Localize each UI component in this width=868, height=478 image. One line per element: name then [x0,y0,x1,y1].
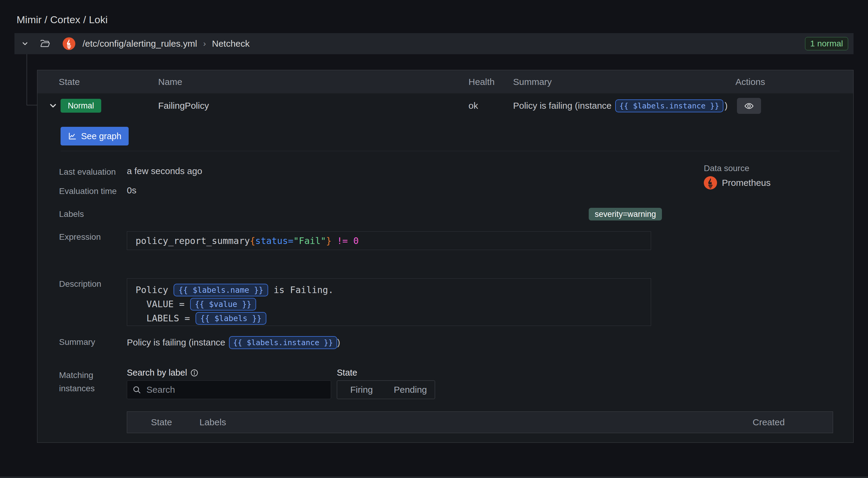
data-source-name: Prometheus [722,178,771,188]
rule-file-path: /etc/config/alerting_rules.yml [83,38,197,49]
expression-metric: policy_report_summary [135,235,250,246]
state-filter-heading: State [337,368,357,378]
column-header-name: Name [158,70,182,93]
expression-string: "Fail" [293,235,326,246]
matching-instances-label: Matching [59,371,93,380]
search-by-label-text: Search by label [127,368,187,378]
state-filter-firing-button[interactable]: Firing [337,381,386,399]
search-input[interactable] [127,380,331,399]
group-collapse-chevron-icon[interactable] [21,40,29,47]
matching-instances-label: instances [59,384,95,393]
prometheus-icon [63,37,75,50]
column-header-actions: Actions [736,70,765,93]
expression-operator: != 0 [332,235,359,246]
data-source-value: Prometheus [704,176,771,189]
graph-line-icon [68,132,77,141]
next-group-edge [0,477,868,478]
tree-connector-horizontal [27,105,37,105]
column-header-summary: Summary [513,70,552,93]
summary-text: Policy is failing (instance [127,337,225,348]
alert-rules-screen: Mimir / Cortex / Loki /etc/config/alerti… [0,0,868,478]
summary-label: Summary [59,337,95,347]
tree-connector-vertical [27,54,27,105]
last-evaluation-value: a few seconds ago [127,166,202,176]
description-line: VALUE = {{ $value }} [135,297,651,311]
description-line: Policy {{ $labels.name }} is Failing. [135,283,651,297]
data-source-label: Data source [704,164,749,173]
state-filter-pending-button[interactable]: Pending [386,381,435,399]
description-label: Description [59,279,101,289]
row-expand-chevron-icon[interactable] [48,101,58,110]
rule-name: FailingPolicy [158,99,209,113]
description-text: VALUE = [135,299,190,309]
search-by-label-heading: Search by label [127,368,198,378]
expression-label: Expression [59,232,101,242]
instances-column-state: State [151,412,172,433]
template-pill: {{ $labels }} [195,312,267,325]
template-pill: {{ $value }} [190,298,256,311]
instances-column-created: Created [753,412,785,433]
description-text: LABELS = [135,313,195,323]
breadcrumb-separator: › [203,39,206,49]
rule-state-badge: Normal [61,99,101,113]
group-status-badge: 1 normal [805,37,848,50]
description-text: is Failing. [268,285,334,295]
severity-label-badge: severity=warning [589,208,662,221]
rule-group-name: Netcheck [212,38,250,49]
expression-query: policy_report_summary{status="Fail"} != … [127,231,651,250]
rule-health: ok [468,99,478,113]
description-box: Policy {{ $labels.name }} is Failing. VA… [127,278,651,326]
evaluation-time-label: Evaluation time [59,186,117,196]
matching-instances-table-header: State Labels Created [127,411,833,433]
view-rule-button[interactable] [737,98,761,114]
expression-brace-open: { [250,235,255,246]
column-header-health: Health [468,70,495,93]
page-title: Mimir / Cortex / Loki [17,14,107,26]
summary-suffix: ) [337,337,340,348]
last-evaluation-label: Last evaluation [59,167,116,177]
template-pill: {{ $labels.instance }} [229,336,337,349]
summary-value: Policy is failing (instance {{ $labels.i… [127,334,340,351]
rule-summary-cell: Policy is failing (instance {{ $labels.i… [513,97,727,114]
info-icon[interactable] [190,369,198,377]
rule-group-header[interactable]: /etc/config/alerting_rules.yml › Netchec… [14,33,854,54]
state-filter-group: Firing Pending [337,380,435,399]
evaluation-time-value: 0s [127,185,136,195]
rules-table-header: State Name Health Summary Actions [37,70,853,93]
expression-attr: status= [255,235,293,246]
rule-summary-suffix: ) [724,101,727,111]
prometheus-icon [704,176,717,189]
template-pill: {{ $labels.name }} [174,284,268,296]
folder-icon [40,38,51,49]
expression-brace-close: } [326,235,332,246]
rules-panel: State Name Health Summary Actions Normal… [37,70,854,443]
labels-label: Labels [59,209,84,219]
template-pill: {{ $labels.instance }} [615,99,723,113]
see-graph-button[interactable]: See graph [61,127,129,146]
instances-column-labels: Labels [199,412,226,433]
eye-icon [744,101,754,111]
rule-summary-text: Policy is failing (instance [513,101,612,111]
description-line: LABELS = {{ $labels }} [135,311,651,325]
section-divider [61,151,840,151]
see-graph-label: See graph [81,131,121,141]
column-header-state: State [59,70,80,93]
description-text: Policy [135,285,174,295]
